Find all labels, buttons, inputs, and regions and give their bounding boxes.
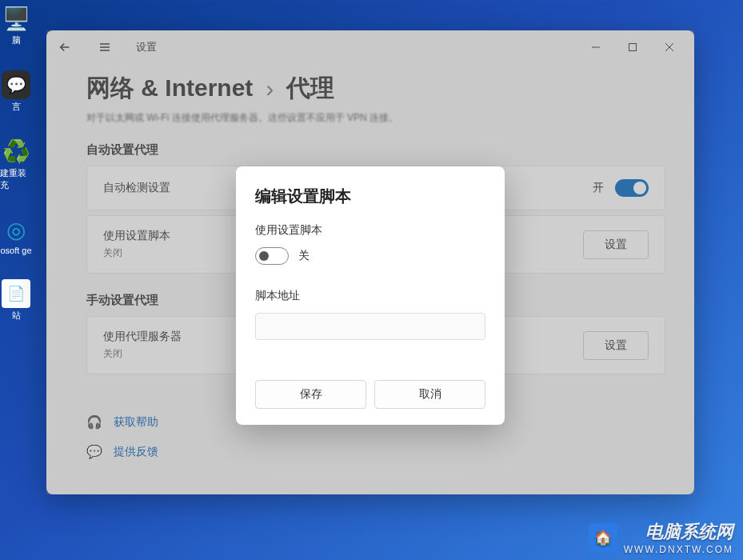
save-button[interactable]: 保存	[255, 380, 366, 409]
desktop-icon-recycle[interactable]: ♻️ 建重装充	[0, 137, 32, 191]
desktop-icon-edge[interactable]: ◎ osoft ge	[0, 215, 32, 255]
toggle-state-label: 关	[298, 249, 310, 263]
watermark: 🏠 电脑系统网 WWW.DNXTW.COM	[589, 520, 733, 555]
use-script-toggle[interactable]	[255, 247, 289, 265]
recycle-icon: ♻️	[2, 137, 30, 166]
wechat-icon: 💬	[2, 70, 30, 99]
cancel-button[interactable]: 取消	[374, 380, 485, 409]
desktop-icon-wechat[interactable]: 💬 言	[0, 70, 32, 113]
edge-icon: ◎	[2, 215, 30, 244]
desktop-icon-label: 建重装充	[0, 167, 32, 191]
settings-window: 设置 网络 & Internet › 代理 对于以太网或 Wi-Fi 连接使用代…	[46, 30, 694, 494]
desktop-icon-label: 站	[12, 310, 21, 322]
use-script-label: 使用设置脚本	[255, 223, 485, 238]
script-address-label: 脚本地址	[255, 289, 485, 303]
edit-setup-script-dialog: 编辑设置脚本 使用设置脚本 关 脚本地址 保存 取消	[236, 166, 505, 425]
modal-overlay[interactable]: 编辑设置脚本 使用设置脚本 关 脚本地址 保存 取消	[46, 30, 694, 494]
watermark-logo-icon: 🏠	[589, 523, 617, 552]
watermark-main: 电脑系统网	[624, 520, 733, 544]
script-address-input[interactable]	[255, 313, 485, 340]
desktop-icon-pc[interactable]: 🖥️ 脑	[0, 4, 32, 46]
desktop-icon-label: osoft ge	[0, 246, 31, 255]
watermark-sub: WWW.DNXTW.COM	[624, 544, 733, 555]
desktop-icon-label: 言	[12, 101, 21, 113]
desktop-icon-shortcut[interactable]: 📄 站	[0, 279, 32, 322]
pc-icon: 🖥️	[2, 4, 30, 33]
desktop-icon-label: 脑	[12, 34, 21, 46]
dialog-title: 编辑设置脚本	[255, 186, 485, 207]
shortcut-icon: 📄	[2, 279, 30, 308]
desktop-icon-column: 🖥️ 脑 💬 言 ♻️ 建重装充 ◎ osoft ge 📄 站	[0, 0, 40, 560]
